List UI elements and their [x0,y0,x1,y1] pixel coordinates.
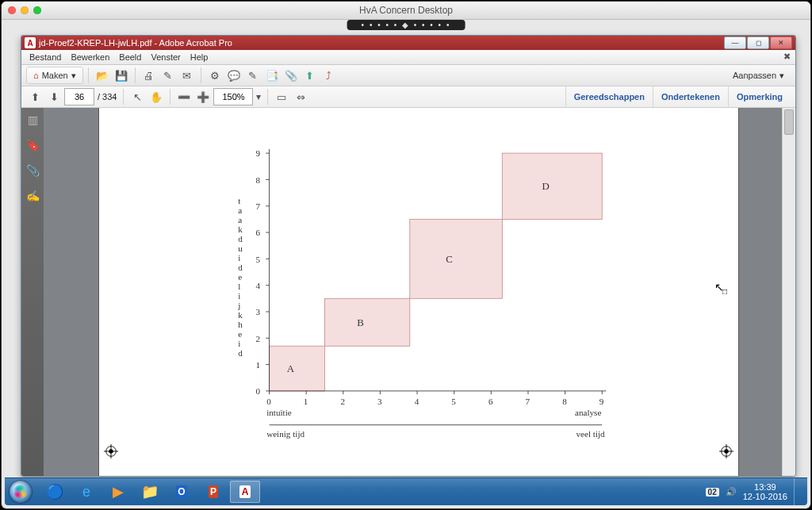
signatures-icon[interactable]: ✍ [25,189,40,203]
svg-text:i: i [238,253,240,263]
export-icon[interactable]: ⤴ [320,67,338,84]
toolbar-main: ⌂ Maken ▾ 📂 💾 🖨 ✎ ✉ ⚙ 💬 ✎ 📑 📎 ⬆ ⤴ Aanpas… [21,65,795,86]
acrobat-window: A jd-Proef2-KREP-LH-jwLH.pdf - Adobe Acr… [21,35,796,477]
windows-orb-icon [10,481,32,503]
thumbnails-icon[interactable]: ▥ [25,113,40,127]
menu-bewerken[interactable]: Bewerken [66,52,114,62]
edit-icon[interactable]: ✎ [159,67,177,84]
save-icon[interactable]: 💾 [113,67,130,84]
page-up-icon[interactable]: ⬆ [26,88,44,105]
start-button[interactable] [5,478,36,505]
aanpassen-label: Aanpassen [733,71,776,80]
menubar-close-icon[interactable]: ✖ [783,52,791,62]
taskbar-powerpoint[interactable]: P [198,481,228,503]
language-indicator[interactable]: 02 [706,488,719,497]
svg-rect-6 [502,153,602,219]
svg-text:3: 3 [255,307,260,316]
svg-rect-4 [410,219,503,298]
svg-text:a: a [238,205,242,215]
clock-time: 13:39 [743,482,787,492]
sign-icon[interactable]: ✎ [244,67,262,84]
svg-text:B: B [357,317,364,328]
vertical-scrollbar[interactable] [782,108,795,476]
minimize-button[interactable]: — [724,36,746,49]
mail-icon[interactable]: ✉ [178,67,196,84]
svg-text:d: d [238,348,243,358]
show-desktop-button[interactable] [794,478,802,505]
folder-icon: 📁 [141,483,159,500]
insert-icon[interactable]: ⬆ [301,67,319,84]
toolbar-separator [135,67,136,83]
clock[interactable]: 13:39 12-10-2016 [743,482,787,501]
taskbar-outlook[interactable]: O [167,481,197,503]
open-icon[interactable]: 📂 [94,67,111,84]
maximize-button[interactable]: ◻ [747,36,769,49]
acrobat-title-text: jd-Proef2-KREP-LH-jwLH.pdf - Adobe Acrob… [39,38,232,48]
page-number-input[interactable] [64,88,94,105]
desktop-frame: HvA Concern Desktop • • • • • ◆ • • • • … [2,2,810,508]
toolbar-separator [201,67,201,83]
chevron-down-icon[interactable]: ▾ [255,91,262,102]
zoom-in-icon[interactable]: ➕ [194,88,212,105]
svg-rect-2 [325,298,410,346]
tab-comment[interactable]: Opmerking [728,86,791,107]
svg-text:0: 0 [255,386,260,396]
taskbar-chrome[interactable]: 🔵 [40,481,70,503]
fit-page-icon[interactable]: ▭ [273,88,290,105]
svg-text:a: a [238,215,242,224]
svg-text:veel tijd: veel tijd [576,429,606,439]
svg-text:l: l [238,282,240,291]
acrobat-titlebar: A jd-Proef2-KREP-LH-jwLH.pdf - Adobe Acr… [21,36,795,50]
window-buttons: — ◻ ✕ [723,36,792,49]
close-button[interactable]: ✕ [770,36,792,49]
menu-venster[interactable]: Venster [146,52,185,62]
svg-text:D: D [542,181,549,192]
mac-zoom-icon[interactable] [33,6,41,14]
zoom-out-icon[interactable]: ➖ [175,88,193,105]
zoom-input[interactable] [213,88,253,105]
svg-text:t: t [238,196,241,205]
taskbar-media[interactable]: ▶ [103,481,133,503]
menu-beeld[interactable]: Beeld [114,52,146,62]
stamp-icon[interactable]: 📑 [263,67,281,84]
registration-mark-icon [104,444,118,458]
menu-help[interactable]: Help [186,52,213,62]
svg-text:analyse: analyse [575,408,601,417]
svg-text:k: k [238,224,243,234]
taskbar-ie[interactable]: e [71,481,102,503]
svg-text:j: j [237,301,240,310]
svg-text:1: 1 [255,360,260,370]
maken-label: Maken [42,71,68,80]
tab-sign[interactable]: Ondertekenen [653,86,728,107]
chevron-down-icon: ▾ [71,71,76,81]
svg-text:intuïtie: intuïtie [266,408,292,417]
mac-minimize-icon[interactable] [21,6,29,14]
svg-text:e: e [238,272,242,282]
document-area[interactable]: ABCD01234567890123456789intuïtieanalysew… [44,108,795,476]
maken-button[interactable]: ⌂ Maken ▾ [26,67,83,84]
sound-icon[interactable]: 🔊 [726,487,737,497]
aanpassen-button[interactable]: Aanpassen ▾ [726,67,791,83]
gear-icon[interactable]: ⚙ [206,67,224,84]
mac-close-icon[interactable] [8,6,16,14]
page-down-icon[interactable]: ⬇ [45,88,63,105]
attachments-icon[interactable]: 📎 [25,163,40,178]
system-tray: 02 🔊 13:39 12-10-2016 [701,478,807,505]
select-tool-icon[interactable]: ↖ [128,88,146,105]
hand-tool-icon[interactable]: ✋ [147,88,165,105]
print-icon[interactable]: 🖨 [140,67,158,84]
tab-tools[interactable]: Gereedschappen [565,86,653,107]
svg-text:4: 4 [415,397,419,406]
comment-bubble-icon[interactable]: 💬 [225,67,243,84]
scrollbar-thumb[interactable] [784,109,794,135]
bookmarks-icon[interactable]: 🔖 [25,138,40,152]
menu-bestand[interactable]: Bestand [25,52,66,62]
toolbar-separator [88,67,89,83]
svg-text:2: 2 [340,397,345,406]
taskbar-acrobat[interactable]: A [230,481,260,503]
taskbar-explorer[interactable]: 📁 [135,481,165,503]
taskbar-apps: 🔵 e ▶ 📁 O P A [40,481,260,503]
attach-icon[interactable]: 📎 [282,67,300,84]
fit-width-icon[interactable]: ⇔ [292,88,309,105]
svg-text:weinig tijd: weinig tijd [266,429,304,439]
